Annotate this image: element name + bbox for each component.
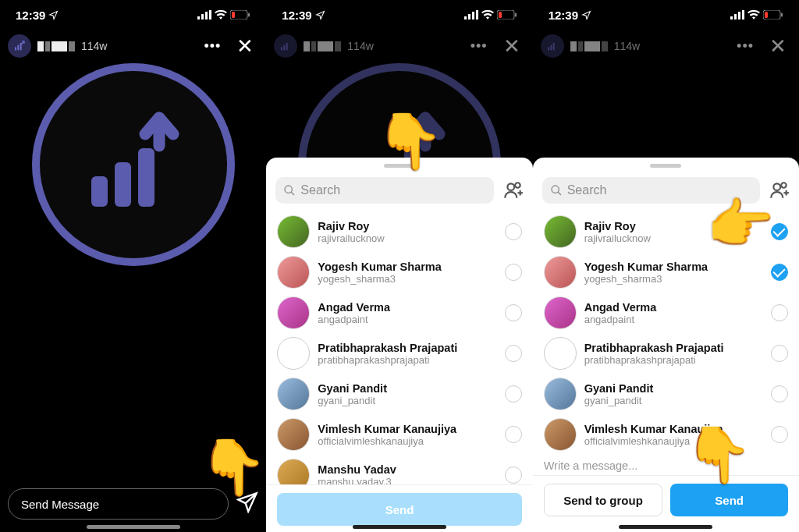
cellular-signal-icon	[464, 10, 478, 20]
select-radio[interactable]	[771, 385, 788, 403]
more-options-icon[interactable]: •••	[199, 38, 225, 55]
profile-avatar	[274, 34, 297, 58]
contact-row[interactable]: Vimlesh Kumar Kanaujiyaofficialvimleshka…	[266, 414, 532, 455]
close-icon[interactable]: ✕	[232, 34, 258, 59]
create-group-icon[interactable]	[503, 180, 524, 200]
contact-handle: pratibhaprakashprajapati	[584, 354, 763, 366]
select-radio[interactable]	[771, 304, 788, 321]
contact-name: Gyani Pandit	[584, 382, 763, 395]
select-radio[interactable]	[505, 304, 522, 321]
select-radio[interactable]	[771, 223, 788, 240]
story-footer: Send Message	[8, 488, 258, 520]
cellular-signal-icon	[197, 10, 211, 20]
story-content[interactable]	[0, 62, 266, 532]
wifi-icon	[481, 10, 494, 20]
contact-name: Pratibhaprakash Prajapati	[584, 342, 763, 354]
svg-rect-8	[17, 45, 19, 51]
story-header: 114w ••• ✕	[533, 30, 799, 62]
clock: 12:39	[282, 9, 311, 22]
search-input[interactable]: Search	[542, 177, 760, 204]
svg-rect-34	[734, 14, 737, 20]
contact-row[interactable]: Yogesh Kumar Sharmayogesh_sharma3	[533, 252, 799, 293]
contact-avatar	[277, 215, 310, 248]
svg-rect-3	[209, 10, 211, 20]
contact-avatar	[544, 418, 577, 451]
contact-handle: yogesh_sharma3	[584, 273, 763, 285]
svg-rect-2	[205, 12, 208, 20]
contact-handle: angadpaint	[584, 314, 763, 325]
svg-rect-36	[742, 10, 744, 20]
svg-rect-0	[197, 16, 200, 20]
sheet-grab-handle[interactable]	[650, 164, 681, 168]
svg-rect-39	[765, 12, 768, 18]
contact-row[interactable]: Angad Vermaangadpaint	[533, 293, 799, 333]
send-button[interactable]: Send	[670, 484, 788, 516]
select-radio[interactable]	[771, 426, 788, 443]
search-placeholder: Search	[567, 183, 607, 197]
svg-rect-15	[468, 14, 471, 20]
contact-avatar	[277, 337, 310, 370]
story-timestamp: 114w	[81, 40, 107, 52]
write-message-input[interactable]: Write a message...	[533, 453, 799, 475]
contact-row[interactable]: Rajiv Royrajivrailucknow	[533, 211, 799, 252]
contact-handle: rajivrailucknow	[318, 232, 496, 244]
svg-rect-40	[548, 47, 549, 50]
contact-list[interactable]: Rajiv RoyrajivrailucknowYogesh Kumar Sha…	[266, 211, 532, 484]
svg-rect-20	[499, 12, 502, 18]
close-icon: ✕	[765, 34, 791, 59]
select-radio[interactable]	[505, 385, 522, 403]
select-radio[interactable]	[505, 426, 522, 443]
contact-handle: gyani_pandit	[318, 395, 496, 406]
home-indicator[interactable]	[353, 525, 446, 529]
sheet-grab-handle[interactable]	[384, 164, 415, 168]
select-radio[interactable]	[505, 345, 522, 362]
contact-row[interactable]: Manshu Yadavmanshu.yadav.3	[266, 455, 532, 484]
select-radio[interactable]	[771, 345, 788, 362]
svg-rect-23	[286, 43, 288, 50]
svg-line-28	[291, 192, 294, 195]
svg-rect-35	[738, 12, 740, 20]
contact-avatar	[277, 418, 310, 451]
svg-rect-1	[201, 14, 204, 20]
contact-row[interactable]: Gyani Panditgyani_pandit	[533, 374, 799, 414]
wifi-icon	[215, 10, 227, 20]
select-radio[interactable]	[505, 223, 522, 240]
send-to-group-button[interactable]: Send to group	[544, 484, 663, 516]
send-message-input[interactable]: Send Message	[8, 488, 229, 520]
clock: 12:39	[16, 9, 45, 22]
create-group-icon[interactable]	[769, 180, 790, 200]
cellular-signal-icon	[730, 10, 744, 20]
svg-rect-38	[781, 13, 783, 17]
svg-point-46	[552, 186, 559, 193]
contact-row[interactable]: Angad Vermaangadpaint	[266, 293, 532, 333]
location-icon	[48, 10, 59, 20]
contact-handle: angadpaint	[318, 314, 496, 325]
svg-rect-16	[472, 12, 474, 20]
home-indicator[interactable]	[619, 525, 712, 529]
svg-rect-21	[281, 47, 282, 50]
profile-avatar[interactable]	[8, 34, 31, 58]
contact-row[interactable]: Pratibhaprakash Prajapatipratibhaprakash…	[266, 333, 532, 374]
contact-row[interactable]: Pratibhaprakash Prajapatipratibhaprakash…	[533, 333, 799, 374]
svg-rect-13	[138, 148, 154, 207]
svg-rect-11	[91, 176, 108, 207]
contact-row[interactable]: Rajiv Royrajivrailucknow	[266, 211, 532, 252]
select-radio[interactable]	[505, 466, 522, 484]
contact-row[interactable]: Vimlesh Kumar Kanaujiyaofficialvimleshka…	[533, 414, 799, 453]
contact-row[interactable]: Yogesh Kumar Sharmayogesh_sharma3	[266, 252, 532, 293]
story-header: 114w ••• ✕	[0, 30, 266, 62]
contact-avatar	[277, 459, 310, 484]
battery-low-icon	[763, 10, 783, 20]
search-input[interactable]: Search	[275, 177, 493, 204]
contact-name: Vimlesh Kumar Kanaujiya	[584, 423, 763, 435]
svg-point-48	[773, 183, 780, 190]
contact-avatar	[544, 337, 577, 370]
select-radio[interactable]	[505, 264, 522, 281]
contact-row[interactable]: Gyani Panditgyani_pandit	[266, 374, 532, 414]
svg-rect-14	[464, 16, 467, 20]
share-icon[interactable]	[236, 491, 258, 516]
send-button[interactable]: Send	[277, 493, 521, 526]
home-indicator[interactable]	[87, 525, 180, 529]
contact-list[interactable]: Rajiv RoyrajivrailucknowYogesh Kumar Sha…	[533, 211, 799, 453]
select-radio[interactable]	[771, 264, 788, 281]
